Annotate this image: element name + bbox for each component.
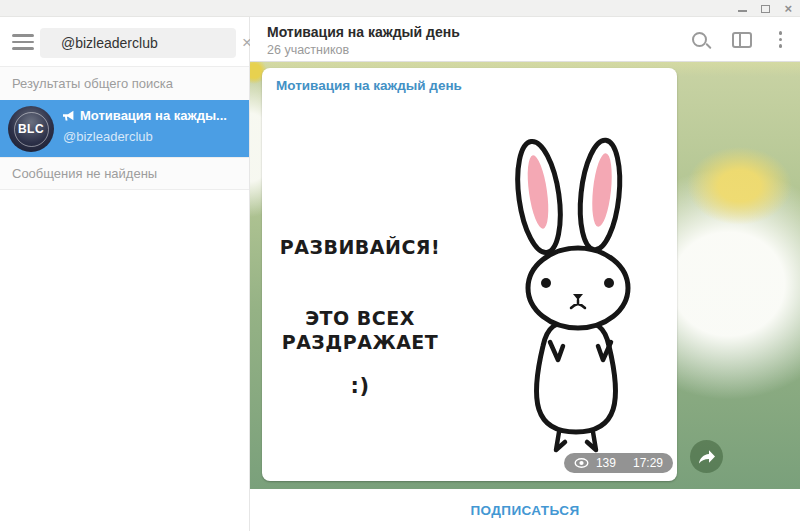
chat-members-count: 26 участников xyxy=(267,43,349,57)
maximize-icon[interactable] xyxy=(761,5,770,13)
section-no-messages: Сообщения не найдены xyxy=(0,157,249,190)
search-icon[interactable] xyxy=(692,32,707,47)
subscribe-label: ПОДПИСАТЬСЯ xyxy=(470,503,579,518)
message-time: 17:29 xyxy=(633,456,663,470)
chat-item-title: Мотивация на кажды... xyxy=(80,108,227,123)
bunny-drawing xyxy=(262,100,677,481)
image-caption-line3: РАЗДРАЖАЕТ xyxy=(262,331,458,353)
search-input[interactable] xyxy=(40,35,242,51)
search-box: × xyxy=(40,28,236,58)
share-arrow-icon xyxy=(698,449,716,464)
image-caption-line4: :) xyxy=(262,374,458,398)
message-bubble: Мотивация на каждый день xyxy=(262,68,677,481)
chat-message-area: Мотивация на каждый день xyxy=(250,62,800,489)
message-channel-name[interactable]: Мотивация на каждый день xyxy=(276,78,462,93)
section-label: Результаты общего поиска xyxy=(12,76,173,91)
sidebar-search-row: × xyxy=(0,17,249,66)
chat-title: Мотивация на каждый день xyxy=(267,24,460,40)
toggle-info-panel-icon[interactable] xyxy=(732,32,752,48)
chat-item-username: @bizleaderclub xyxy=(63,129,242,144)
avatar-label: BLC xyxy=(18,122,44,136)
close-icon[interactable]: × xyxy=(784,2,792,15)
views-count: 139 xyxy=(596,456,616,470)
chat-column: Мотивация на каждый день 26 участников М… xyxy=(250,17,800,531)
window-titlebar: × xyxy=(0,0,800,17)
header-icons xyxy=(692,17,785,62)
minimize-icon[interactable] xyxy=(738,10,747,12)
chat-header: Мотивация на каждый день 26 участников xyxy=(250,17,800,62)
section-label: Сообщения не найдены xyxy=(12,166,157,181)
chat-list-item-selected[interactable]: BLC Мотивация на кажды... @bizleaderclub xyxy=(0,100,249,157)
image-caption-line2: ЭТО ВСЕХ xyxy=(262,307,458,329)
sidebar: × Результаты общего поиска BLC Мотивация… xyxy=(0,17,250,531)
views-time-badge: 139 17:29 xyxy=(564,453,673,473)
message-image[interactable]: РАЗВИВАЙСЯ! ЭТО ВСЕХ РАЗДРАЖАЕТ :) 139 1… xyxy=(262,100,677,481)
share-button[interactable] xyxy=(690,440,723,473)
section-global-results: Результаты общего поиска xyxy=(0,66,249,100)
eye-icon xyxy=(574,458,589,468)
megaphone-icon xyxy=(62,110,75,122)
chat-item-text: Мотивация на кажды... @bizleaderclub xyxy=(62,108,242,144)
menu-icon[interactable] xyxy=(12,34,34,50)
avatar: BLC xyxy=(8,106,54,152)
subscribe-button[interactable]: ПОДПИСАТЬСЯ xyxy=(250,489,800,531)
more-menu-icon[interactable] xyxy=(777,29,785,50)
image-caption-line1: РАЗВИВАЙСЯ! xyxy=(262,236,458,258)
window-controls: × xyxy=(738,0,792,17)
